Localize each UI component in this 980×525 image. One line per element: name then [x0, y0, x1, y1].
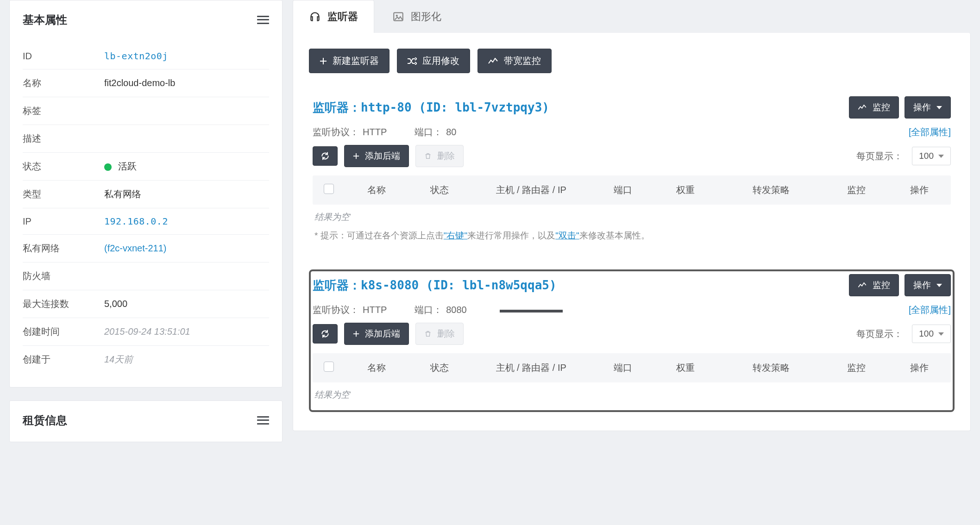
tab-graph[interactable]: 图形化 — [376, 0, 458, 33]
attr-ip-value[interactable]: 192.168.0.2 — [104, 216, 168, 227]
shuffle-icon — [408, 57, 417, 65]
attr-id-label: ID — [23, 51, 104, 62]
col-port: 端口 — [591, 353, 654, 382]
col-port: 端口 — [591, 175, 654, 205]
attr-created-label: 创建时间 — [23, 325, 104, 338]
listener-port: 端口：80 — [415, 126, 456, 138]
headphones-icon — [309, 11, 321, 23]
col-weight: 权重 — [654, 175, 717, 205]
attr-name-value: fit2cloud-demo-lb — [104, 78, 175, 88]
select-all-checkbox[interactable] — [324, 362, 334, 372]
col-monitor: 监控 — [825, 353, 888, 382]
listener-port: 端口：8080 — [415, 304, 467, 316]
tab-content: 新建监听器 应用修改 带宽监控 监听器：http-80 (ID: lbl-7vz… — [293, 33, 971, 431]
attr-maxconn-value: 5,000 — [104, 299, 127, 309]
attr-ip-label: IP — [23, 216, 104, 227]
listener-block: 监听器：http-80 (ID: lbl-7vztpqy3) 监控 操作 监听协… — [309, 92, 955, 256]
trash-icon — [424, 152, 432, 160]
per-page-select[interactable]: 100 — [912, 147, 951, 165]
refresh-button[interactable] — [313, 146, 338, 166]
annotation-arrow — [493, 303, 563, 319]
col-policy: 转发策略 — [717, 353, 825, 382]
empty-result-note: 结果为空 — [314, 211, 949, 223]
col-status: 状态 — [408, 175, 471, 205]
col-monitor: 监控 — [825, 175, 888, 205]
tab-listeners[interactable]: 监听器 — [293, 0, 374, 33]
status-dot-icon — [104, 163, 112, 171]
attr-type-label: 类型 — [23, 188, 104, 200]
attr-vxnet-label: 私有网络 — [23, 242, 104, 255]
basic-attributes-panel: 基本属性 IDlb-extn2o0j 名称fit2cloud-demo-lb 标… — [9, 0, 283, 388]
plus-icon — [353, 331, 359, 337]
caret-down-icon — [938, 155, 944, 158]
add-backend-button[interactable]: 添加后端 — [344, 323, 409, 345]
add-backend-button[interactable]: 添加后端 — [344, 145, 409, 167]
col-host: 主机 / 路由器 / IP — [471, 175, 591, 205]
trash-icon — [424, 330, 432, 338]
attr-tags-label: 标签 — [23, 105, 104, 117]
col-host: 主机 / 路由器 / IP — [471, 353, 591, 382]
col-weight: 权重 — [654, 353, 717, 382]
attributes-list: IDlb-extn2o0j 名称fit2cloud-demo-lb 标签 描述 … — [10, 41, 282, 387]
backend-table: 名称 状态 主机 / 路由器 / IP 端口 权重 转发策略 监控 操作 — [313, 175, 951, 205]
monitor-button[interactable]: 监控 — [849, 274, 899, 296]
attr-name-label: 名称 — [23, 77, 104, 89]
bandwidth-monitor-button[interactable]: 带宽监控 — [477, 49, 552, 73]
tab-bar: 监听器 图形化 — [293, 0, 971, 33]
listener-title[interactable]: 监听器：k8s-8080 (ID: lbl-n8w5qqa5) — [313, 277, 557, 294]
col-operate: 操作 — [888, 175, 951, 205]
plus-icon — [320, 57, 327, 65]
panel-menu-icon[interactable] — [257, 16, 269, 24]
delete-button: 删除 — [415, 323, 464, 345]
chart-line-icon — [488, 58, 498, 64]
caret-down-icon — [936, 106, 942, 109]
col-policy: 转发策略 — [717, 175, 825, 205]
per-page-label: 每页显示： — [856, 150, 903, 162]
panel-menu-icon[interactable] — [257, 416, 269, 425]
monitor-button[interactable]: 监控 — [849, 96, 899, 119]
attr-maxconn-label: 最大连接数 — [23, 298, 104, 310]
chart-line-icon — [858, 282, 867, 288]
empty-result-note: 结果为空 — [314, 389, 949, 401]
per-page-label: 每页显示： — [856, 328, 903, 340]
delete-button: 删除 — [415, 145, 464, 167]
attr-id-value[interactable]: lb-extn2o0j — [104, 50, 168, 62]
attr-created-value: 2015-09-24 13:51:01 — [104, 326, 190, 337]
attr-createdby-label: 创建于 — [23, 353, 104, 366]
all-attributes-link[interactable]: [全部属性] — [909, 126, 951, 138]
lease-info-panel: 租赁信息 — [9, 400, 283, 442]
select-all-checkbox[interactable] — [324, 184, 334, 194]
listener-title[interactable]: 监听器：http-80 (ID: lbl-7vztpqy3) — [313, 100, 549, 116]
attr-desc-label: 描述 — [23, 132, 104, 145]
col-status: 状态 — [408, 353, 471, 382]
attr-createdby-value: 14天前 — [104, 353, 133, 366]
backend-table: 名称 状态 主机 / 路由器 / IP 端口 权重 转发策略 监控 操作 — [313, 353, 951, 382]
col-name: 名称 — [345, 353, 408, 382]
caret-down-icon — [938, 332, 944, 336]
listener-protocol: 监听协议：HTTP — [313, 126, 387, 138]
hint-text: * 提示：可通过在各个资源上点击"右键"来进行常用操作，以及"双击"来修改基本属… — [314, 230, 949, 242]
plus-icon — [353, 153, 359, 159]
chart-line-icon — [858, 105, 867, 110]
attr-status-value: 活跃 — [104, 160, 137, 173]
attr-status-label: 状态 — [23, 160, 104, 173]
col-operate: 操作 — [888, 353, 951, 382]
svg-point-1 — [396, 15, 398, 17]
refresh-icon — [320, 151, 330, 161]
operate-dropdown-button[interactable]: 操作 — [905, 96, 951, 119]
all-attributes-link[interactable]: [全部属性] — [909, 304, 951, 316]
apply-changes-button[interactable]: 应用修改 — [397, 49, 470, 73]
listener-block: 监听器：k8s-8080 (ID: lbl-n8w5qqa5) 监控 操作 监听… — [309, 269, 955, 412]
attr-firewall-label: 防火墙 — [23, 270, 104, 282]
operate-dropdown-button[interactable]: 操作 — [905, 274, 951, 296]
new-listener-button[interactable]: 新建监听器 — [309, 49, 389, 73]
attr-type-value: 私有网络 — [104, 188, 141, 200]
global-action-bar: 新建监听器 应用修改 带宽监控 — [309, 49, 955, 73]
refresh-icon — [320, 329, 330, 338]
attr-vxnet-value[interactable]: (f2c-vxnet-211) — [104, 243, 167, 254]
lease-info-title: 租赁信息 — [23, 413, 67, 428]
image-icon — [392, 11, 404, 23]
listener-protocol: 监听协议：HTTP — [313, 304, 387, 316]
refresh-button[interactable] — [313, 324, 338, 344]
per-page-select[interactable]: 100 — [912, 325, 951, 343]
